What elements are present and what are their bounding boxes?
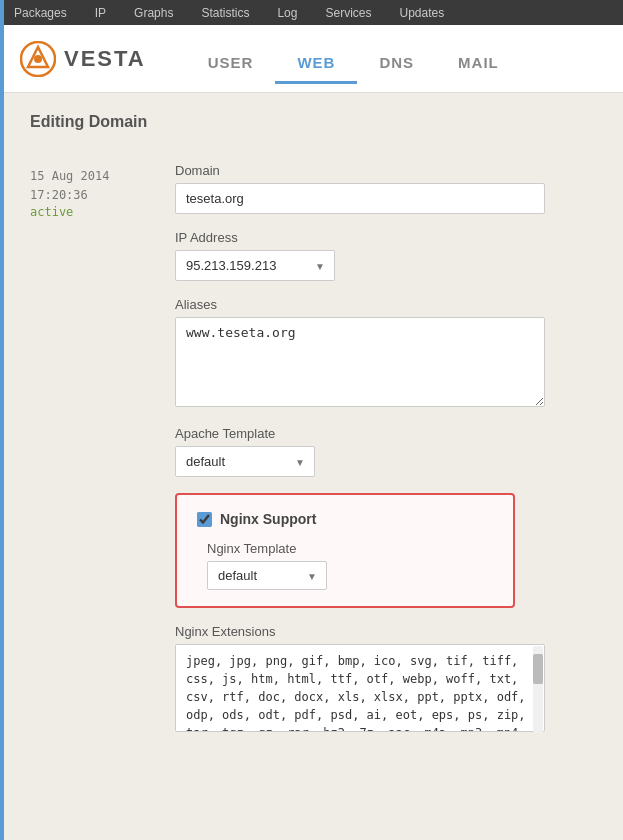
- nav-item-updates[interactable]: Updates: [385, 0, 458, 25]
- extensions-section: Nginx Extensions jpeg, jpg, png, gif, bm…: [175, 624, 593, 735]
- aliases-textarea[interactable]: www.teseta.org: [175, 317, 545, 407]
- nav-item-statistics[interactable]: Statistics: [187, 0, 263, 25]
- domain-label: Domain: [175, 163, 593, 178]
- top-nav: Packages IP Graphs Statistics Log Servic…: [0, 0, 623, 25]
- tab-web[interactable]: WEB: [275, 33, 357, 84]
- record-time: 17:20:36: [30, 186, 175, 205]
- nginx-support-checkbox[interactable]: [197, 512, 212, 527]
- page-content: Editing Domain 15 Aug 2014 17:20:36 acti…: [0, 93, 623, 755]
- ip-label: IP Address: [175, 230, 593, 245]
- scrollbar-track: [533, 646, 543, 733]
- nav-item-log[interactable]: Log: [263, 0, 311, 25]
- aliases-field-group: Aliases www.teseta.org: [175, 297, 593, 410]
- tab-dns[interactable]: DNS: [357, 33, 436, 84]
- extensions-textarea[interactable]: jpeg, jpg, png, gif, bmp, ico, svg, tif,…: [175, 644, 545, 732]
- ip-select-wrap: 95.213.159.213 ▼: [175, 250, 335, 281]
- logo[interactable]: VESTA: [20, 41, 146, 77]
- info-column: 15 Aug 2014 17:20:36 active: [30, 163, 175, 735]
- record-date: 15 Aug 2014: [30, 167, 175, 186]
- apache-template-group: Apache Template default ▼: [175, 426, 593, 477]
- page-title: Editing Domain: [30, 113, 593, 139]
- form-column: Domain IP Address 95.213.159.213 ▼ Alias…: [175, 163, 593, 735]
- main-nav: USER WEB DNS MAIL: [186, 33, 603, 84]
- nav-item-graphs[interactable]: Graphs: [120, 0, 187, 25]
- record-status: active: [30, 205, 175, 219]
- ip-select[interactable]: 95.213.159.213: [175, 250, 335, 281]
- extensions-label: Nginx Extensions: [175, 624, 593, 639]
- vesta-logo-icon: [20, 41, 56, 77]
- tab-mail[interactable]: MAIL: [436, 33, 521, 84]
- extensions-wrap: jpeg, jpg, png, gif, bmp, ico, svg, tif,…: [175, 644, 545, 735]
- apache-select-wrap: default ▼: [175, 446, 315, 477]
- nginx-select-wrap: default ▼: [207, 561, 327, 590]
- nav-item-ip[interactable]: IP: [81, 0, 120, 25]
- svg-point-2: [34, 55, 42, 63]
- brand-bar: VESTA USER WEB DNS MAIL: [0, 25, 623, 93]
- nginx-checkbox-row: Nginx Support: [197, 511, 493, 527]
- logo-text: VESTA: [64, 46, 146, 72]
- tab-user[interactable]: USER: [186, 33, 276, 84]
- domain-input[interactable]: [175, 183, 545, 214]
- form-layout: 15 Aug 2014 17:20:36 active Domain IP Ad…: [30, 163, 593, 735]
- domain-field-group: Domain: [175, 163, 593, 214]
- nav-item-services[interactable]: Services: [311, 0, 385, 25]
- nginx-support-label: Nginx Support: [220, 511, 316, 527]
- nav-item-packages[interactable]: Packages: [0, 0, 81, 25]
- nginx-support-box: Nginx Support Nginx Template default ▼: [175, 493, 515, 608]
- scrollbar-thumb[interactable]: [533, 654, 543, 684]
- nginx-template-select[interactable]: default: [207, 561, 327, 590]
- nginx-template-label: Nginx Template: [207, 541, 493, 556]
- ip-field-group: IP Address 95.213.159.213 ▼: [175, 230, 593, 281]
- apache-template-select[interactable]: default: [175, 446, 315, 477]
- left-accent-bar: [0, 0, 4, 840]
- nginx-template-area: Nginx Template default ▼: [197, 541, 493, 590]
- aliases-label: Aliases: [175, 297, 593, 312]
- apache-template-label: Apache Template: [175, 426, 593, 441]
